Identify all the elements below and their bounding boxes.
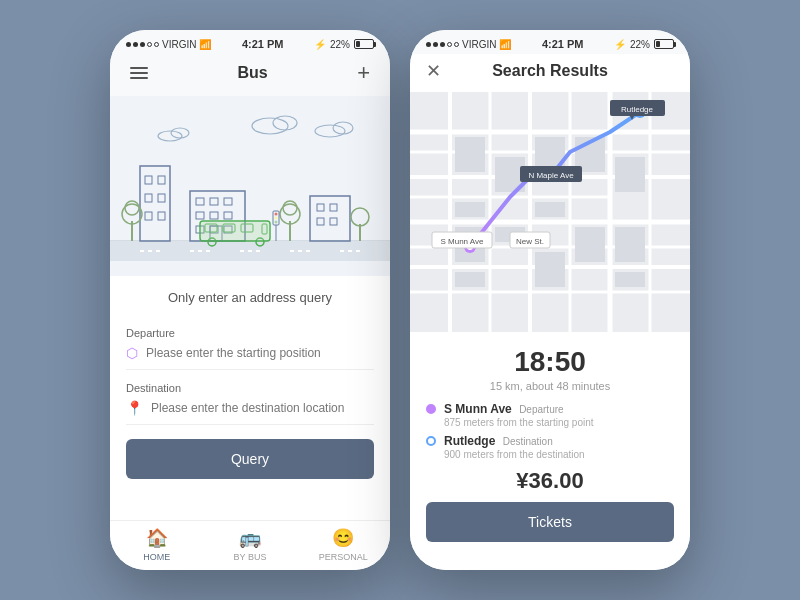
destination-icon: 📍 xyxy=(126,400,143,416)
carrier-label-2: VIRGIN xyxy=(462,39,496,50)
close-button[interactable]: ✕ xyxy=(426,60,441,82)
wifi-icon: 📶 xyxy=(199,39,211,50)
hamburger-menu[interactable] xyxy=(130,67,148,79)
svg-rect-83 xyxy=(615,227,645,262)
signal-dot-4 xyxy=(147,42,152,47)
status-left-2: VIRGIN 📶 xyxy=(426,39,511,50)
home-icon: 🏠 xyxy=(146,527,168,549)
battery-icon xyxy=(354,39,374,49)
signal-dot-2 xyxy=(133,42,138,47)
start-name: S Munn Ave Departure xyxy=(444,402,564,416)
phone2-header: ✕ Search Results xyxy=(410,54,690,92)
search-results-title: Search Results xyxy=(492,62,608,80)
bus-icon: 🚌 xyxy=(239,527,261,549)
city-svg xyxy=(110,96,390,276)
svg-text:Rutledge: Rutledge xyxy=(621,105,654,114)
end-dot xyxy=(426,436,436,446)
svg-text:N Maple Ave: N Maple Ave xyxy=(528,171,574,180)
route-start-point: S Munn Ave Departure 875 meters from the… xyxy=(426,402,674,428)
nav-personal-label: PERSONAL xyxy=(319,552,368,562)
signal-dot-2-2 xyxy=(433,42,438,47)
start-dot xyxy=(426,404,436,414)
svg-text:New St.: New St. xyxy=(516,237,544,246)
hamburger-line-1 xyxy=(130,67,148,69)
svg-rect-73 xyxy=(455,137,485,172)
status-bar-1: VIRGIN 📶 4:21 PM ⚡ 22% xyxy=(110,30,390,54)
destination-label: Destination xyxy=(126,382,374,394)
signal-dot-2-3 xyxy=(440,42,445,47)
nav-bybus[interactable]: 🚌 BY BUS xyxy=(203,527,296,562)
destination-input-row: 📍 xyxy=(126,400,374,416)
nav-bybus-label: BY BUS xyxy=(234,552,267,562)
signal-dots xyxy=(126,42,159,47)
departure-input[interactable] xyxy=(146,346,374,360)
start-point-text: S Munn Ave Departure 875 meters from the… xyxy=(444,402,594,428)
signal-dot-2-5 xyxy=(454,42,459,47)
nav-home-label: HOME xyxy=(143,552,170,562)
signal-dot-2-4 xyxy=(447,42,452,47)
bottom-nav: 🏠 HOME 🚌 BY BUS 😊 PERSONAL xyxy=(110,520,390,570)
battery-fill-2 xyxy=(656,41,660,47)
app-title: Bus xyxy=(237,64,267,82)
svg-rect-46 xyxy=(201,222,269,240)
route-end-point: Rutledge Destination 900 meters from the… xyxy=(426,434,674,460)
carrier-label: VIRGIN xyxy=(162,39,196,50)
person-icon: 😊 xyxy=(332,527,354,549)
battery-percent: 22% xyxy=(330,39,350,50)
end-name: Rutledge Destination xyxy=(444,434,553,448)
city-illustration xyxy=(110,96,390,276)
form-subtitle: Only enter an address query xyxy=(126,276,374,315)
departure-icon: ⬡ xyxy=(126,345,138,361)
start-role: Departure xyxy=(519,404,563,415)
departure-input-row: ⬡ xyxy=(126,345,374,361)
nav-home[interactable]: 🏠 HOME xyxy=(110,527,203,562)
end-role: Destination xyxy=(503,436,553,447)
svg-rect-81 xyxy=(535,202,565,217)
price-display: ¥36.00 xyxy=(426,468,674,494)
svg-point-50 xyxy=(275,221,278,224)
signal-dots-2 xyxy=(426,42,459,47)
signal-dot-5 xyxy=(154,42,159,47)
phone1-header: Bus + xyxy=(110,54,390,96)
status-right-2: ⚡ 22% xyxy=(614,39,674,50)
end-point-text: Rutledge Destination 900 meters from the… xyxy=(444,434,585,460)
status-bar-2: VIRGIN 📶 4:21 PM ⚡ 22% xyxy=(410,30,690,54)
svg-rect-75 xyxy=(455,202,485,217)
battery-percent-2: 22% xyxy=(630,39,650,50)
form-section: Only enter an address query Departure ⬡ … xyxy=(110,276,390,520)
status-left-1: VIRGIN 📶 xyxy=(126,39,211,50)
nav-personal[interactable]: 😊 PERSONAL xyxy=(297,527,390,562)
svg-rect-84 xyxy=(455,272,485,287)
map-svg: Rutledge N Maple Ave S Munn Ave New St. xyxy=(410,92,690,332)
svg-rect-85 xyxy=(535,252,565,287)
end-sub: 900 meters from the destination xyxy=(444,449,585,460)
bluetooth-icon-2: ⚡ xyxy=(614,39,626,50)
svg-rect-86 xyxy=(615,272,645,287)
map-area: Rutledge N Maple Ave S Munn Ave New St. xyxy=(410,92,690,332)
query-button[interactable]: Query xyxy=(126,439,374,479)
time-display: 18:50 xyxy=(426,346,674,378)
svg-text:S Munn Ave: S Munn Ave xyxy=(441,237,485,246)
time-label-2: 4:21 PM xyxy=(542,38,584,50)
bluetooth-icon: ⚡ xyxy=(314,39,326,50)
status-right-1: ⚡ 22% xyxy=(314,39,374,50)
result-card: 18:50 15 km, about 48 minutes S Munn Ave… xyxy=(410,332,690,570)
route-distance: 15 km, about 48 minutes xyxy=(426,380,674,392)
tickets-button[interactable]: Tickets xyxy=(426,502,674,542)
departure-label: Departure xyxy=(126,327,374,339)
signal-dot-1 xyxy=(126,42,131,47)
destination-group: Destination 📍 xyxy=(126,370,374,425)
phones-container: VIRGIN 📶 4:21 PM ⚡ 22% Bus + xyxy=(110,30,690,570)
wifi-icon-2: 📶 xyxy=(499,39,511,50)
svg-point-49 xyxy=(275,217,278,220)
add-icon[interactable]: + xyxy=(357,62,370,84)
battery-fill xyxy=(356,41,360,47)
signal-dot-3 xyxy=(140,42,145,47)
route-details: S Munn Ave Departure 875 meters from the… xyxy=(426,402,674,460)
start-sub: 875 meters from the starting point xyxy=(444,417,594,428)
departure-group: Departure ⬡ xyxy=(126,315,374,370)
phone2: VIRGIN 📶 4:21 PM ⚡ 22% ✕ Search Results xyxy=(410,30,690,570)
phone1: VIRGIN 📶 4:21 PM ⚡ 22% Bus + xyxy=(110,30,390,570)
destination-input[interactable] xyxy=(151,401,374,415)
svg-rect-78 xyxy=(615,157,645,192)
